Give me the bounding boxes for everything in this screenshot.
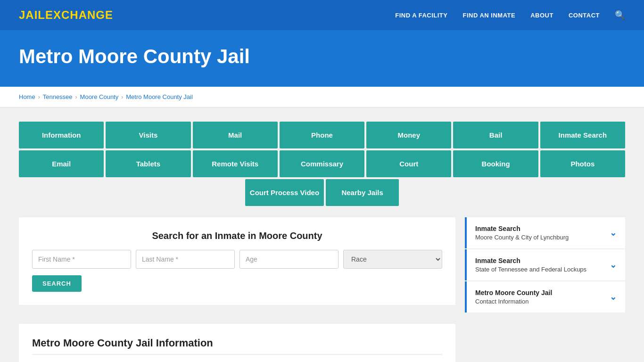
tile-remote-visits[interactable]: Remote Visits bbox=[193, 150, 278, 177]
tiles-row-1: Information Visits Mail Phone Money Bail… bbox=[19, 122, 625, 148]
logo-exchange: EXCHANGE bbox=[45, 8, 113, 21]
tile-court-process-video[interactable]: Court Process Video bbox=[245, 179, 324, 206]
sidebar-subtitle-2: State of Tennessee and Federal Lockups bbox=[475, 266, 586, 273]
chevron-down-icon-1: ⌄ bbox=[610, 228, 617, 238]
content-sidebar-layout: Search for an Inmate in Moore County Rac… bbox=[19, 217, 625, 362]
sidebar-item-inmate-search-state[interactable]: Inmate Search State of Tennessee and Fed… bbox=[465, 249, 625, 280]
sidebar: Inmate Search Moore County & City of Lyn… bbox=[465, 217, 625, 313]
nav-find-inmate[interactable]: FIND AN INMATE bbox=[462, 12, 515, 19]
last-name-input[interactable] bbox=[136, 250, 235, 269]
breadcrumb-tennessee[interactable]: Tennessee bbox=[43, 93, 73, 100]
logo-jail: JAIL bbox=[19, 8, 45, 21]
breadcrumb-sep-1: › bbox=[38, 94, 40, 100]
breadcrumb-sep-3: › bbox=[121, 94, 123, 100]
jail-info-section: Metro Moore County Jail Information bbox=[19, 324, 455, 362]
chevron-down-icon-2: ⌄ bbox=[610, 260, 617, 270]
race-select[interactable]: Race White Black Hispanic Asian Other bbox=[343, 250, 442, 269]
search-form-title: Search for an Inmate in Moore County bbox=[32, 230, 442, 241]
tile-photos[interactable]: Photos bbox=[540, 150, 625, 177]
sidebar-item-text-1: Inmate Search Moore County & City of Lyn… bbox=[475, 225, 569, 241]
nav-contact[interactable]: CONTACT bbox=[569, 12, 600, 19]
tile-visits[interactable]: Visits bbox=[106, 122, 190, 148]
chevron-down-icon-3: ⌄ bbox=[610, 292, 617, 302]
tile-tablets[interactable]: Tablets bbox=[106, 150, 190, 177]
hero-section: Metro Moore County Jail bbox=[0, 30, 644, 87]
sidebar-title-1: Inmate Search bbox=[475, 225, 569, 232]
sidebar-item-contact-info[interactable]: Metro Moore County Jail Contact Informat… bbox=[465, 281, 625, 313]
sidebar-item-text-3: Metro Moore County Jail Contact Informat… bbox=[475, 289, 552, 305]
breadcrumb-sep-2: › bbox=[75, 94, 77, 100]
sidebar-subtitle-1: Moore County & City of Lynchburg bbox=[475, 234, 569, 241]
tile-email[interactable]: Email bbox=[19, 150, 104, 177]
tile-mail[interactable]: Mail bbox=[193, 122, 278, 148]
sidebar-title-2: Inmate Search bbox=[475, 257, 586, 264]
main-content: Information Visits Mail Phone Money Bail… bbox=[0, 107, 644, 362]
breadcrumb-moore-county[interactable]: Moore County bbox=[80, 93, 119, 100]
sidebar-title-3: Metro Moore County Jail bbox=[475, 289, 552, 296]
tiles-row-3: Court Process Video Nearby Jails bbox=[19, 179, 625, 206]
tile-bail[interactable]: Bail bbox=[453, 122, 538, 148]
tile-information[interactable]: Information bbox=[19, 122, 104, 148]
sidebar-subtitle-3: Contact Information bbox=[475, 298, 552, 305]
first-name-input[interactable] bbox=[32, 250, 131, 269]
search-icon-button[interactable]: 🔍 bbox=[615, 10, 625, 20]
tile-booking[interactable]: Booking bbox=[453, 150, 538, 177]
header: JAILEXCHANGE FIND A FACILITY FIND AN INM… bbox=[0, 0, 644, 30]
tile-court[interactable]: Court bbox=[366, 150, 451, 177]
sidebar-item-text-2: Inmate Search State of Tennessee and Fed… bbox=[475, 257, 586, 273]
tile-money[interactable]: Money bbox=[366, 122, 451, 148]
search-button[interactable]: SEARCH bbox=[32, 275, 82, 292]
tile-nearby-jails[interactable]: Nearby Jails bbox=[326, 179, 399, 206]
form-row-names: Race White Black Hispanic Asian Other bbox=[32, 250, 442, 269]
page-title: Metro Moore County Jail bbox=[19, 45, 625, 68]
breadcrumb-current: Metro Moore County Jail bbox=[126, 93, 193, 100]
breadcrumb-home[interactable]: Home bbox=[19, 93, 35, 100]
nav-find-facility[interactable]: FIND A FACILITY bbox=[395, 12, 447, 19]
search-form-box: Search for an Inmate in Moore County Rac… bbox=[19, 217, 455, 305]
breadcrumb: Home › Tennessee › Moore County › Metro … bbox=[19, 93, 625, 100]
nav-about[interactable]: ABOUT bbox=[530, 12, 553, 19]
sidebar-item-inmate-search-local[interactable]: Inmate Search Moore County & City of Lyn… bbox=[465, 217, 625, 248]
tile-phone[interactable]: Phone bbox=[280, 122, 364, 148]
age-input[interactable] bbox=[239, 250, 339, 269]
breadcrumb-bar: Home › Tennessee › Moore County › Metro … bbox=[0, 87, 644, 107]
jail-info-title: Metro Moore County Jail Information bbox=[32, 337, 442, 355]
main-nav: FIND A FACILITY FIND AN INMATE ABOUT CON… bbox=[395, 10, 625, 20]
tile-inmate-search[interactable]: Inmate Search bbox=[540, 122, 625, 148]
logo[interactable]: JAILEXCHANGE bbox=[19, 8, 113, 22]
tile-commissary[interactable]: Commissary bbox=[280, 150, 364, 177]
tiles-row-2: Email Tablets Remote Visits Commissary C… bbox=[19, 150, 625, 177]
